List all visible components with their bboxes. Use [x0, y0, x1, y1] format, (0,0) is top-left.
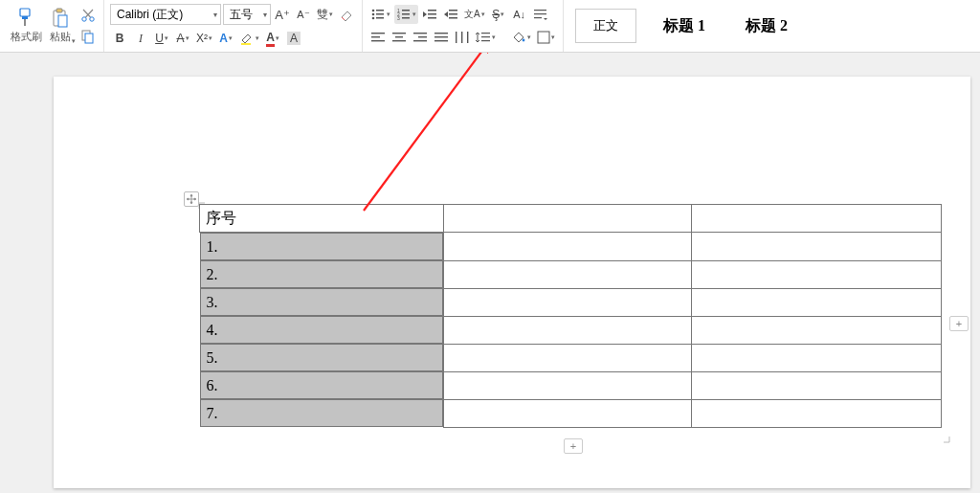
show-marks-button[interactable]: A↓	[510, 5, 529, 24]
phonetic-guide-button[interactable]: 雙▾	[315, 5, 335, 24]
paragraph-group: ▾ 123▾ 文A▾ Ş▾ A↓ ▾ ▾ ▾	[363, 0, 564, 52]
superscript-button[interactable]: X²▾	[194, 29, 214, 48]
table-cell[interactable]	[691, 260, 941, 288]
svg-rect-14	[376, 13, 384, 15]
table-cell[interactable]	[691, 344, 941, 371]
pilcrow-icon: A↓	[513, 9, 525, 20]
style-heading1[interactable]: 标题 1	[650, 9, 719, 43]
svg-rect-47	[481, 33, 490, 34]
table-cell[interactable]	[691, 316, 941, 344]
table-row[interactable]: 5.	[200, 344, 942, 371]
table-row[interactable]: 7.	[200, 399, 942, 427]
style-heading2[interactable]: 标题 2	[732, 9, 801, 43]
svg-rect-12	[376, 10, 384, 11]
eraser-icon	[339, 8, 354, 21]
align-left-button[interactable]	[368, 28, 388, 47]
shading-button[interactable]: ▾	[509, 28, 533, 47]
table-cell[interactable]	[443, 371, 691, 399]
italic-button[interactable]: I	[131, 29, 150, 48]
indent-icon	[443, 8, 458, 21]
line-spacing-button[interactable]: ▾	[474, 28, 498, 47]
table-row[interactable]: 6.	[200, 371, 942, 399]
chevron-down-icon: ▾	[213, 11, 217, 19]
table-row[interactable]: 2.	[200, 260, 942, 288]
svg-rect-29	[534, 10, 546, 11]
highlight-button[interactable]: ▾	[237, 29, 261, 48]
document-page[interactable]: 序号 1. 2. 3. 4. 5. 6. 7. + +	[54, 77, 970, 488]
svg-rect-48	[481, 36, 490, 37]
clear-formatting-button[interactable]	[337, 5, 356, 24]
font-name-select[interactable]: Calibri (正文) ▾	[110, 4, 221, 25]
table-header-cell[interactable]: 序号	[200, 205, 444, 233]
svg-rect-46	[467, 32, 468, 43]
table-cell[interactable]	[443, 260, 691, 288]
table-cell[interactable]	[443, 316, 691, 344]
table-cell-selected[interactable]: 6.	[200, 371, 443, 399]
paste-button[interactable]: 粘贴 ▾	[44, 3, 77, 49]
font-size-select[interactable]: 五号 ▾	[223, 4, 271, 25]
align-justify-button[interactable]	[432, 28, 451, 47]
table-cell[interactable]	[691, 233, 941, 261]
add-column-button[interactable]: +	[949, 316, 969, 331]
distribute-button[interactable]	[453, 28, 472, 47]
line-spacing-icon	[476, 32, 491, 43]
table-cell[interactable]	[691, 288, 941, 316]
svg-rect-27	[449, 13, 457, 15]
increase-indent-button[interactable]	[441, 5, 460, 24]
text-effects-button[interactable]: A▾	[216, 29, 235, 48]
bold-icon: B	[116, 32, 124, 45]
strikethrough-button[interactable]: A▾	[173, 29, 192, 48]
cut-button[interactable]	[78, 6, 98, 25]
decrease-indent-button[interactable]	[420, 5, 439, 24]
text-direction-button[interactable]: 文A▾	[462, 5, 487, 24]
table-row[interactable]: 序号	[200, 205, 942, 233]
table-cell[interactable]	[691, 371, 941, 399]
copy-button[interactable]	[78, 27, 98, 46]
underline-button[interactable]: U▾	[152, 29, 171, 48]
table-cell[interactable]	[691, 399, 941, 427]
shrink-font-button[interactable]: A⁻	[294, 5, 313, 24]
highlight-icon	[239, 31, 255, 46]
align-center-button[interactable]	[390, 28, 409, 47]
borders-button[interactable]: ▾	[535, 28, 557, 47]
table-cell-selected[interactable]: 3.	[200, 288, 443, 316]
svg-rect-26	[449, 10, 457, 11]
table-cell[interactable]	[443, 288, 691, 316]
table-cell[interactable]	[443, 205, 691, 233]
style-normal[interactable]: 正文	[575, 9, 636, 43]
grow-font-button[interactable]: A⁺	[273, 5, 292, 24]
format-painter-button[interactable]: 格式刷	[10, 3, 42, 49]
shrink-font-icon: A⁻	[297, 9, 309, 21]
style-heading2-label: 标题 2	[746, 16, 788, 36]
plus-icon: +	[570, 440, 576, 452]
table-cell[interactable]	[443, 399, 691, 427]
add-row-button[interactable]: +	[564, 438, 583, 454]
table-row[interactable]: 1.	[200, 233, 942, 261]
table-cell-selected[interactable]: 4.	[200, 316, 443, 344]
svg-rect-22	[402, 17, 410, 19]
bold-button[interactable]: B	[110, 29, 129, 48]
table-cell[interactable]	[443, 233, 691, 261]
svg-rect-4	[56, 9, 62, 12]
ribbon-toolbar: 格式刷 粘贴 ▾ Calibri (正文) ▾ 五号 ▾ A⁺	[0, 0, 980, 53]
font-color-button[interactable]: A▾	[263, 29, 282, 48]
align-right-button[interactable]	[411, 28, 430, 47]
table-row[interactable]: 3.	[200, 288, 942, 316]
table-cell[interactable]	[443, 344, 691, 371]
table-cell-selected[interactable]: 2.	[200, 260, 443, 288]
sort-button[interactable]: Ş▾	[489, 5, 508, 24]
numbering-button[interactable]: 123▾	[394, 5, 418, 24]
table-row[interactable]: 4.	[200, 316, 942, 344]
svg-rect-1	[22, 16, 28, 19]
table-cell-selected[interactable]: 7.	[200, 399, 443, 427]
document-table[interactable]: 序号 1. 2. 3. 4. 5. 6. 7.	[199, 204, 942, 428]
bullets-button[interactable]: ▾	[368, 5, 392, 24]
line-break-button[interactable]	[531, 5, 550, 24]
svg-rect-43	[434, 40, 448, 41]
table-cell[interactable]	[691, 205, 941, 233]
svg-rect-35	[392, 33, 406, 34]
char-shading-button[interactable]: A	[284, 29, 303, 48]
table-cell-selected[interactable]: 1.	[200, 233, 443, 260]
table-cell-selected[interactable]: 5.	[200, 344, 443, 371]
svg-rect-31	[534, 17, 542, 18]
